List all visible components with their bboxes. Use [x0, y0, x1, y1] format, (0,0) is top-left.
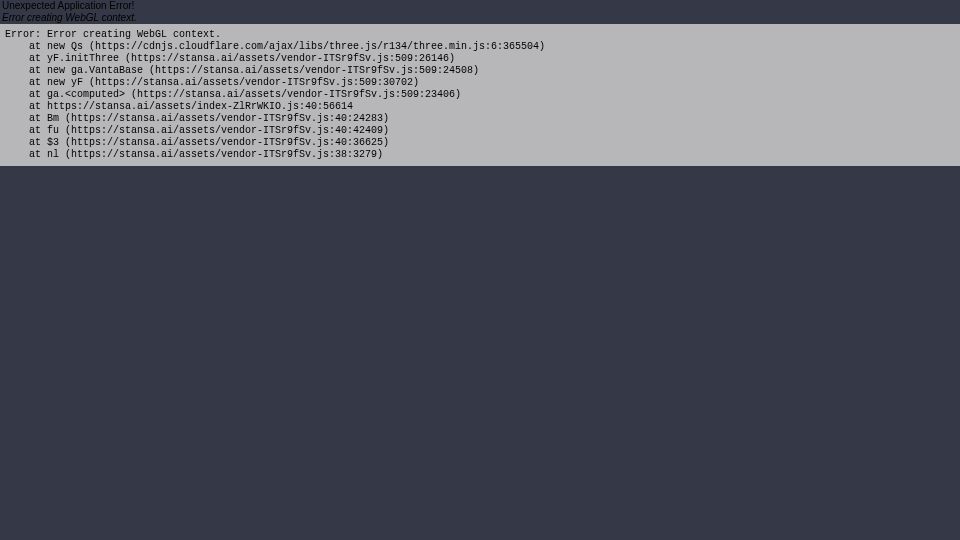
error-stack-trace: Error: Error creating WebGL context. at … — [0, 24, 960, 166]
error-header-title: Unexpected Application Error! — [0, 0, 960, 12]
error-subtitle: Error creating WebGL context. — [0, 12, 960, 24]
